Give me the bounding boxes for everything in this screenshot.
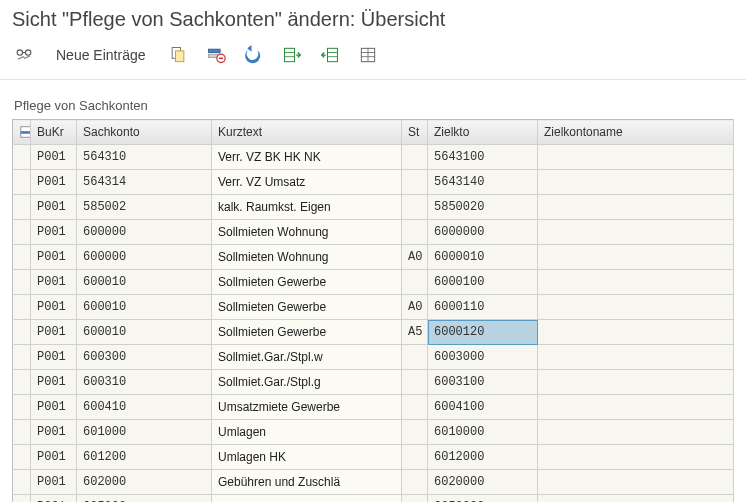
cell-zielkontoname[interactable] [538,395,734,420]
delete-button[interactable] [202,43,230,67]
row-marker[interactable] [13,395,31,420]
undo-button[interactable] [240,43,268,67]
col-kurztext-header[interactable]: Kurztext [212,120,402,145]
row-marker[interactable] [13,445,31,470]
col-bukr-header[interactable]: BuKr [31,120,77,145]
col-mark-header[interactable] [13,120,31,145]
cell-st[interactable] [402,145,428,170]
cell-zielkontoname[interactable] [538,145,734,170]
cell-zielkto[interactable]: 6003100 [428,370,538,395]
cell-kurztext[interactable]: Gebühren und Zuschlä [212,470,402,495]
cell-sachkonto[interactable]: 601200 [77,445,212,470]
cell-sachkonto[interactable]: 600410 [77,395,212,420]
new-entries-button[interactable]: Neue Einträge [48,47,154,63]
cell-zielkontoname[interactable] [538,370,734,395]
cell-kurztext[interactable]: Sollmieten Gewerbe [212,295,402,320]
deselect-all-button[interactable] [316,43,344,67]
cell-kurztext[interactable]: kalk. Raumkst. Eigen [212,195,402,220]
cell-zielkto[interactable]: 6000120 [428,320,538,345]
tools-button[interactable] [10,43,38,67]
cell-bukr[interactable]: P001 [31,395,77,420]
cell-sachkonto[interactable]: 600010 [77,320,212,345]
cell-bukr[interactable]: P001 [31,345,77,370]
cell-bukr[interactable]: P001 [31,170,77,195]
copy-button[interactable] [164,43,192,67]
cell-sachkonto[interactable]: 600000 [77,245,212,270]
cell-st[interactable] [402,370,428,395]
row-marker[interactable] [13,145,31,170]
table-row[interactable]: P001564310Verr. VZ BK HK NK5643100 [13,145,734,170]
cell-bukr[interactable]: P001 [31,295,77,320]
cell-sachkonto[interactable]: 605000 [77,495,212,503]
table-row[interactable]: P001602000Gebühren und Zuschlä6020000 [13,470,734,495]
cell-zielkontoname[interactable] [538,420,734,445]
row-marker[interactable] [13,295,31,320]
row-marker[interactable] [13,195,31,220]
cell-bukr[interactable]: P001 [31,495,77,503]
cell-bukr[interactable]: P001 [31,420,77,445]
table-row[interactable]: P001600410Umsatzmiete Gewerbe6004100 [13,395,734,420]
cell-kurztext[interactable]: Umlagen HK [212,445,402,470]
cell-st[interactable] [402,495,428,503]
table-row[interactable]: P001600000Sollmieten WohnungA06000010 [13,245,734,270]
row-marker[interactable] [13,245,31,270]
cell-zielkto[interactable]: 6050000 [428,495,538,503]
cell-st[interactable] [402,195,428,220]
col-zielkto-header[interactable]: Zielkto [428,120,538,145]
row-marker[interactable] [13,270,31,295]
cell-kurztext[interactable]: Sollmieten Gewerbe [212,270,402,295]
table-row[interactable]: P001585002kalk. Raumkst. Eigen5850020 [13,195,734,220]
cell-st[interactable] [402,220,428,245]
row-marker[interactable] [13,320,31,345]
table-row[interactable]: P001600310Sollmiet.Gar./Stpl.g6003100 [13,370,734,395]
cell-sachkonto[interactable]: 600310 [77,370,212,395]
cell-zielkto[interactable]: 6000000 [428,220,538,245]
cell-zielkto[interactable]: 5850020 [428,195,538,220]
cell-zielkto[interactable]: 5643140 [428,170,538,195]
cell-bukr[interactable]: P001 [31,470,77,495]
cell-st[interactable] [402,345,428,370]
cell-kurztext[interactable]: Umlagen [212,420,402,445]
cell-kurztext[interactable]: Umsatzmiete Gewerbe [212,395,402,420]
row-marker[interactable] [13,170,31,195]
cell-st[interactable]: A5 [402,320,428,345]
row-marker[interactable] [13,495,31,503]
cell-kurztext[interactable]: Sollmieten Wohnung [212,245,402,270]
cell-st[interactable]: A0 [402,245,428,270]
table-row[interactable]: P001600010Sollmieten Gewerbe6000100 [13,270,734,295]
cell-st[interactable] [402,445,428,470]
row-marker[interactable] [13,345,31,370]
row-marker[interactable] [13,370,31,395]
cell-zielkto[interactable]: 5643100 [428,145,538,170]
col-sachkonto-header[interactable]: Sachkonto [77,120,212,145]
cell-zielkontoname[interactable] [538,295,734,320]
cell-zielkto[interactable]: 6003000 [428,345,538,370]
cell-kurztext[interactable]: Verr. VZ Umsatz [212,170,402,195]
cell-bukr[interactable]: P001 [31,220,77,245]
cell-kurztext[interactable]: Sollmiet.Gar./Stpl.g [212,370,402,395]
table-row[interactable]: P001601200Umlagen HK6012000 [13,445,734,470]
cell-kurztext[interactable]: Verr. VZ BK HK NK [212,145,402,170]
cell-zielkto[interactable]: 6000110 [428,295,538,320]
table-row[interactable]: P001601000Umlagen6010000 [13,420,734,445]
cell-bukr[interactable]: P001 [31,270,77,295]
cell-zielkto[interactable]: 6020000 [428,470,538,495]
cell-bukr[interactable]: P001 [31,245,77,270]
cell-sachkonto[interactable]: 600000 [77,220,212,245]
cell-zielkontoname[interactable] [538,445,734,470]
cell-st[interactable] [402,420,428,445]
cell-kurztext[interactable]: Sollmiet.Gar./Stpl.w [212,345,402,370]
cell-sachkonto[interactable]: 600300 [77,345,212,370]
cell-zielkontoname[interactable] [538,220,734,245]
cell-zielkontoname[interactable] [538,495,734,503]
cell-bukr[interactable]: P001 [31,445,77,470]
cell-bukr[interactable]: P001 [31,195,77,220]
cell-sachkonto[interactable]: 602000 [77,470,212,495]
cell-bukr[interactable]: P001 [31,145,77,170]
table-row[interactable]: P001605000Pachterlöse6050000 [13,495,734,503]
row-marker[interactable] [13,420,31,445]
table-row[interactable]: P001600000Sollmieten Wohnung6000000 [13,220,734,245]
table-row[interactable]: P001600300Sollmiet.Gar./Stpl.w6003000 [13,345,734,370]
col-zielkontoname-header[interactable]: Zielkontoname [538,120,734,145]
cell-zielkto[interactable]: 6004100 [428,395,538,420]
